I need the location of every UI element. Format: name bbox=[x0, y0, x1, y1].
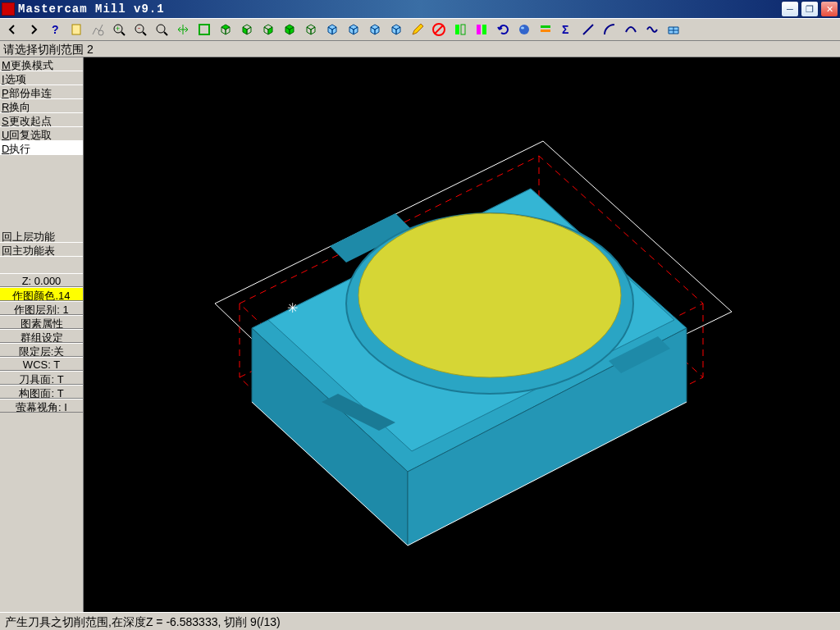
arrow-right-icon[interactable] bbox=[23, 20, 44, 39]
status-text: 产生刀具之切削范围,在深度Z = -6.583333, 切削 9(/13) bbox=[5, 615, 281, 628]
spline-icon[interactable] bbox=[641, 20, 663, 39]
status-wcs[interactable]: WCS: T bbox=[0, 357, 83, 371]
analyze-icon[interactable] bbox=[87, 20, 108, 39]
menu-unselect[interactable]: U回复选取 bbox=[0, 127, 83, 141]
model-view bbox=[84, 57, 838, 612]
menu-spacer bbox=[0, 155, 83, 229]
status-limit[interactable]: 限定层:关 bbox=[0, 343, 83, 357]
window-icon[interactable] bbox=[194, 20, 215, 39]
cube-iso-icon[interactable] bbox=[279, 20, 300, 39]
screen1-icon[interactable] bbox=[450, 20, 471, 39]
minimize-button[interactable]: ─ bbox=[781, 1, 799, 17]
status-level[interactable]: 作图层别: 1 bbox=[0, 301, 83, 315]
sphere-icon[interactable] bbox=[514, 20, 535, 39]
no-redraw-icon[interactable] bbox=[428, 20, 450, 39]
status-color[interactable]: 作图颜色.14 bbox=[0, 287, 83, 301]
cube5-icon[interactable] bbox=[300, 20, 322, 39]
ops-icon[interactable] bbox=[535, 20, 556, 39]
menu-backup[interactable]: 回上层功能 bbox=[0, 229, 83, 243]
pan-icon[interactable] bbox=[172, 20, 194, 39]
pencil-icon[interactable] bbox=[407, 20, 428, 39]
svg-rect-11 bbox=[199, 25, 209, 34]
window-buttons: ─ ❐ ✕ bbox=[781, 1, 838, 17]
cube-front-icon[interactable] bbox=[236, 20, 258, 39]
window-title: Mastercam Mill v9.1 bbox=[18, 2, 781, 16]
svg-text:+: + bbox=[116, 25, 120, 33]
status-bar: 产生刀具之切削范围,在深度Z = -6.583333, 切削 9(/13) bbox=[0, 612, 840, 630]
zoom-fit-icon[interactable] bbox=[151, 20, 172, 39]
svg-rect-16 bbox=[477, 25, 481, 34]
zoom-out-icon[interactable]: - bbox=[130, 20, 151, 39]
menu-spacer2 bbox=[0, 257, 83, 273]
help-icon[interactable]: ? bbox=[44, 20, 66, 39]
prompt-bar: 请选择切削范围 2 bbox=[0, 41, 840, 57]
svg-line-23 bbox=[583, 25, 593, 34]
sigma-icon[interactable]: Σ bbox=[556, 20, 578, 39]
svg-rect-21 bbox=[541, 30, 550, 32]
file-icon[interactable] bbox=[66, 20, 87, 39]
menu-main[interactable]: 回主功能表 bbox=[0, 243, 83, 257]
close-button[interactable]: ✕ bbox=[820, 1, 838, 17]
menu-done[interactable]: D执行 bbox=[0, 141, 83, 155]
menu-change-mode[interactable]: M更换模式 bbox=[0, 57, 83, 71]
svg-point-19 bbox=[521, 27, 524, 30]
cube6-icon[interactable] bbox=[322, 20, 343, 39]
svg-rect-20 bbox=[541, 25, 550, 28]
status-cplane[interactable]: 构图面: T bbox=[0, 385, 83, 399]
status-attr[interactable]: 图素属性 bbox=[0, 315, 83, 329]
title-bar: Mastercam Mill v9.1 ─ ❐ ✕ bbox=[0, 0, 840, 18]
svg-line-7 bbox=[143, 32, 146, 35]
viewport[interactable]: ✳ bbox=[84, 57, 840, 612]
svg-rect-17 bbox=[482, 25, 486, 34]
svg-rect-14 bbox=[455, 25, 459, 34]
curve-icon[interactable] bbox=[620, 20, 641, 39]
cube9-icon[interactable] bbox=[386, 20, 407, 39]
menu-change-start[interactable]: S更改起点 bbox=[0, 113, 83, 127]
status-group[interactable]: 群组设定 bbox=[0, 329, 83, 343]
svg-point-38 bbox=[358, 213, 621, 377]
arc-icon[interactable] bbox=[599, 20, 620, 39]
arrow-left-icon[interactable] bbox=[2, 20, 23, 39]
cube-side-icon[interactable] bbox=[258, 20, 279, 39]
menu-options[interactable]: I选项 bbox=[0, 71, 83, 85]
cube-top-icon[interactable] bbox=[215, 20, 236, 39]
svg-point-18 bbox=[519, 25, 529, 34]
status-tool[interactable]: 刀具面: T bbox=[0, 371, 83, 385]
svg-point-2 bbox=[98, 30, 103, 35]
sidebar: M更换模式 I选项 P部份串连 R换向 S更改起点 U回复选取 D执行 回上层功… bbox=[0, 57, 84, 612]
svg-point-9 bbox=[157, 25, 165, 33]
svg-line-4 bbox=[121, 32, 125, 35]
maximize-button[interactable]: ❐ bbox=[801, 1, 819, 17]
svg-line-10 bbox=[164, 32, 167, 35]
line-icon[interactable] bbox=[578, 20, 599, 39]
status-screen[interactable]: 萤幕视角: I bbox=[0, 399, 83, 413]
svg-rect-15 bbox=[461, 25, 465, 34]
screen2-icon[interactable] bbox=[471, 20, 492, 39]
svg-rect-1 bbox=[72, 25, 80, 34]
app-icon bbox=[2, 2, 15, 16]
surface-icon[interactable] bbox=[663, 20, 684, 39]
zoom-in-icon[interactable]: + bbox=[108, 20, 130, 39]
cube7-icon[interactable] bbox=[343, 20, 364, 39]
menu-partial-chain[interactable]: P部份串连 bbox=[0, 85, 83, 99]
svg-line-13 bbox=[435, 25, 443, 34]
menu-reverse[interactable]: R换向 bbox=[0, 99, 83, 113]
svg-text:-: - bbox=[138, 24, 140, 32]
prompt-text: 请选择切削范围 2 bbox=[3, 43, 94, 56]
undo-icon[interactable] bbox=[492, 20, 514, 39]
cube8-icon[interactable] bbox=[364, 20, 386, 39]
main-toolbar: ? + - Σ bbox=[0, 18, 840, 41]
main-area: M更换模式 I选项 P部份串连 R换向 S更改起点 U回复选取 D执行 回上层功… bbox=[0, 57, 840, 612]
svg-text:Σ: Σ bbox=[562, 23, 568, 36]
status-z[interactable]: Z: 0.000 bbox=[0, 273, 83, 287]
svg-text:?: ? bbox=[52, 23, 59, 36]
